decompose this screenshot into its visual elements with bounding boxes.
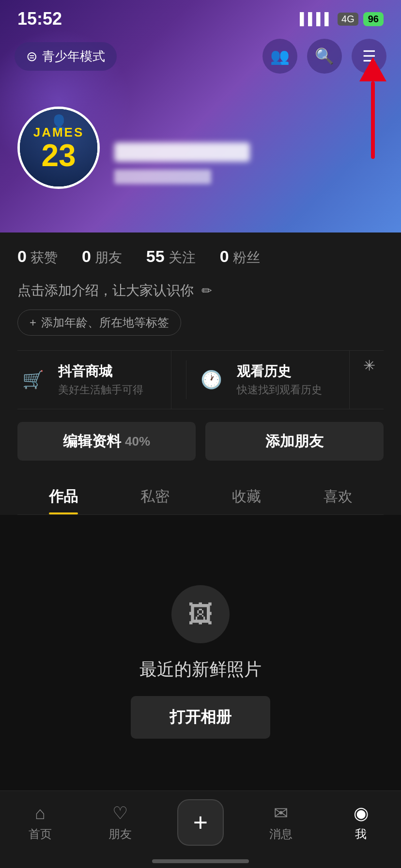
history-card[interactable]: 🕐 观看历史 快速找到观看历史 [196,351,350,409]
jersey-number: 23 [33,140,84,171]
friends-count: 0 [82,247,91,266]
jersey-name: JAMES [33,125,84,140]
content-area: 🖼 最近的新鲜照片 打开相册 [0,533,401,790]
tab-likes-label: 喜欢 [324,488,353,504]
history-subtitle: 快速找到观看历史 [237,383,340,397]
signal-icon: ▌▌▌▌ [300,12,333,26]
friends-nav-label: 朋友 [108,826,132,842]
stat-fans[interactable]: 0 粉丝 [220,247,260,267]
nav-me[interactable]: ◉ 我 [337,803,385,842]
tag-label: 添加年龄、所在地等标签 [41,315,169,330]
plus-icon-button[interactable]: + [177,799,224,846]
friends-icon-button[interactable]: 👥 [262,39,297,74]
stat-friends: 0 朋友 [82,247,122,267]
shop-subtitle: 美好生活触手可得 [58,383,161,397]
more-icon[interactable]: ✳ [355,351,384,380]
handle-blurred [114,170,211,184]
add-tag-button[interactable]: + 添加年龄、所在地等标签 [17,310,181,336]
shop-info: 抖音商城 美好生活触手可得 [58,362,161,397]
shop-card[interactable]: 🛒 抖音商城 美好生活触手可得 [17,351,171,409]
nav-messages[interactable]: ✉ 消息 [257,803,305,842]
history-title: 观看历史 [237,362,340,381]
avatar-inner: JAMES 23 👤 [20,109,97,186]
stat-following[interactable]: 55 关注 [146,247,196,267]
top-nav: ⊜ 青少年模式 👥 🔍 ☰ [0,39,401,74]
likes-count: 0 [17,247,27,266]
search-icon-button[interactable]: 🔍 [307,39,342,74]
tab-bar: 作品 私密 收藏 喜欢 [17,475,384,515]
following-count: 55 [146,247,165,266]
arrow-shaft [371,81,375,159]
bio-placeholder: 点击添加介绍，让大家认识你 [17,281,194,300]
red-arrow-annotation [359,58,386,157]
history-icon: 🕐 [196,364,227,395]
empty-title: 最近的新鲜照片 [139,658,262,682]
me-label: 我 [355,826,367,842]
friends-icon: 👥 [270,47,290,65]
status-time: 15:52 [17,9,62,29]
network-badge: 4G [338,13,358,26]
edit-profile-label: 编辑资料 [63,432,121,451]
tab-private[interactable]: 私密 [109,475,200,514]
shop-icon: 🛒 [17,364,48,395]
me-icon: ◉ [354,803,369,823]
home-label: 首页 [29,826,52,842]
shield-icon: ⊜ [26,48,37,64]
home-icon: ⌂ [35,803,46,823]
plus-icon: + [30,316,36,329]
fans-count: 0 [220,247,229,266]
messages-icon: ✉ [274,803,288,823]
open-album-button[interactable]: 打开相册 [131,696,270,739]
history-info: 观看历史 快速找到观看历史 [237,362,340,397]
youth-mode-label: 青少年模式 [42,48,105,65]
edit-icon: ✏ [201,283,212,298]
tab-works[interactable]: 作品 [17,475,109,514]
bio-row[interactable]: 点击添加介绍，让大家认识你 ✏ [17,281,384,300]
status-bar: 15:52 ▌▌▌▌ 4G 96 [0,0,401,34]
shop-title: 抖音商城 [58,362,161,381]
edit-profile-button[interactable]: 编辑资料 40% [17,422,196,461]
status-icons: ▌▌▌▌ 4G 96 [300,12,384,26]
action-row: 编辑资料 40% 添加朋友 [17,422,384,461]
tab-private-label: 私密 [140,488,170,504]
home-indicator [152,859,249,863]
empty-icon: 🖼 [171,585,230,643]
arrow-head [359,57,386,81]
nav-friends[interactable]: ♡ 朋友 [96,803,144,842]
bottom-nav: ⌂ 首页 ♡ 朋友 + ✉ 消息 ◉ 我 [0,790,401,868]
profile-name-area [114,142,384,189]
fans-label: 粉丝 [233,248,260,267]
nav-home[interactable]: ⌂ 首页 [16,803,64,842]
following-label: 关注 [169,248,196,267]
battery-badge: 96 [363,12,384,26]
tab-works-label: 作品 [49,488,78,504]
messages-label: 消息 [269,826,293,842]
tab-favorites-label: 收藏 [232,488,261,504]
edit-profile-percent: 40% [125,434,150,449]
search-icon: 🔍 [315,47,334,65]
stats-row: 0 获赞 0 朋友 55 关注 0 粉丝 [17,247,384,267]
cards-row: 🛒 抖音商城 美好生活触手可得 🕐 观看历史 快速找到观看历史 ✳ [17,350,384,409]
plus-icon-symbol: + [193,808,208,837]
tab-favorites[interactable]: 收藏 [200,475,292,514]
youth-mode-button[interactable]: ⊜ 青少年模式 [15,42,117,71]
likes-label: 获赞 [31,248,58,267]
friends-label: 朋友 [95,248,122,267]
stats-section: 0 获赞 0 朋友 55 关注 0 粉丝 点击添加介绍，让大家认识你 ✏ + 添… [0,232,401,515]
avatar[interactable]: JAMES 23 👤 [17,107,100,189]
profile-area: JAMES 23 👤 [0,107,401,189]
add-friend-label: 添加朋友 [265,432,324,451]
username-blurred [114,142,250,162]
stat-likes: 0 获赞 [17,247,58,267]
nav-plus[interactable]: + [176,799,225,846]
tab-likes[interactable]: 喜欢 [292,475,384,514]
add-friend-button[interactable]: 添加朋友 [205,422,384,461]
open-album-label: 打开相册 [170,708,231,726]
friends-nav-icon: ♡ [112,803,128,823]
